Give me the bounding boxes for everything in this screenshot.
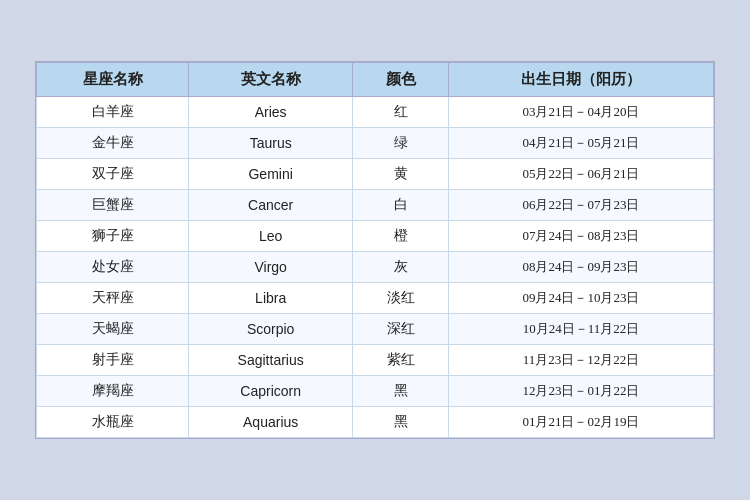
cell-color: 橙 <box>353 221 449 252</box>
table-row: 白羊座Aries红03月21日－04月20日 <box>37 97 714 128</box>
cell-english-name: Cancer <box>189 190 353 221</box>
header-date: 出生日期（阳历） <box>448 63 713 97</box>
cell-color: 黑 <box>353 407 449 438</box>
cell-date: 12月23日－01月22日 <box>448 376 713 407</box>
cell-date: 07月24日－08月23日 <box>448 221 713 252</box>
cell-chinese-name: 狮子座 <box>37 221 189 252</box>
cell-date: 01月21日－02月19日 <box>448 407 713 438</box>
table-row: 天秤座Libra淡红09月24日－10月23日 <box>37 283 714 314</box>
cell-color: 黑 <box>353 376 449 407</box>
cell-english-name: Taurus <box>189 128 353 159</box>
cell-date: 08月24日－09月23日 <box>448 252 713 283</box>
cell-date: 09月24日－10月23日 <box>448 283 713 314</box>
header-chinese-name: 星座名称 <box>37 63 189 97</box>
header-color: 颜色 <box>353 63 449 97</box>
cell-english-name: Leo <box>189 221 353 252</box>
cell-color: 灰 <box>353 252 449 283</box>
cell-english-name: Aquarius <box>189 407 353 438</box>
cell-color: 紫红 <box>353 345 449 376</box>
cell-english-name: Libra <box>189 283 353 314</box>
cell-date: 03月21日－04月20日 <box>448 97 713 128</box>
cell-color: 白 <box>353 190 449 221</box>
header-english-name: 英文名称 <box>189 63 353 97</box>
cell-date: 11月23日－12月22日 <box>448 345 713 376</box>
cell-chinese-name: 射手座 <box>37 345 189 376</box>
cell-date: 06月22日－07月23日 <box>448 190 713 221</box>
cell-chinese-name: 金牛座 <box>37 128 189 159</box>
cell-color: 深红 <box>353 314 449 345</box>
table-header-row: 星座名称 英文名称 颜色 出生日期（阳历） <box>37 63 714 97</box>
cell-color: 绿 <box>353 128 449 159</box>
table-row: 射手座Sagittarius紫红11月23日－12月22日 <box>37 345 714 376</box>
cell-english-name: Virgo <box>189 252 353 283</box>
cell-color: 红 <box>353 97 449 128</box>
cell-date: 04月21日－05月21日 <box>448 128 713 159</box>
cell-chinese-name: 双子座 <box>37 159 189 190</box>
table-row: 处女座Virgo灰08月24日－09月23日 <box>37 252 714 283</box>
cell-english-name: Aries <box>189 97 353 128</box>
cell-chinese-name: 摩羯座 <box>37 376 189 407</box>
cell-date: 05月22日－06月21日 <box>448 159 713 190</box>
cell-chinese-name: 巨蟹座 <box>37 190 189 221</box>
cell-color: 黄 <box>353 159 449 190</box>
table-row: 金牛座Taurus绿04月21日－05月21日 <box>37 128 714 159</box>
cell-chinese-name: 处女座 <box>37 252 189 283</box>
cell-english-name: Sagittarius <box>189 345 353 376</box>
cell-color: 淡红 <box>353 283 449 314</box>
cell-english-name: Scorpio <box>189 314 353 345</box>
cell-date: 10月24日－11月22日 <box>448 314 713 345</box>
cell-chinese-name: 天蝎座 <box>37 314 189 345</box>
cell-chinese-name: 白羊座 <box>37 97 189 128</box>
table-row: 巨蟹座Cancer白06月22日－07月23日 <box>37 190 714 221</box>
table-row: 摩羯座Capricorn黑12月23日－01月22日 <box>37 376 714 407</box>
cell-english-name: Capricorn <box>189 376 353 407</box>
zodiac-table-container: 星座名称 英文名称 颜色 出生日期（阳历） 白羊座Aries红03月21日－04… <box>35 61 715 439</box>
cell-chinese-name: 天秤座 <box>37 283 189 314</box>
table-row: 水瓶座Aquarius黑01月21日－02月19日 <box>37 407 714 438</box>
table-row: 天蝎座Scorpio深红10月24日－11月22日 <box>37 314 714 345</box>
cell-english-name: Gemini <box>189 159 353 190</box>
table-row: 狮子座Leo橙07月24日－08月23日 <box>37 221 714 252</box>
table-row: 双子座Gemini黄05月22日－06月21日 <box>37 159 714 190</box>
zodiac-table: 星座名称 英文名称 颜色 出生日期（阳历） 白羊座Aries红03月21日－04… <box>36 62 714 438</box>
cell-chinese-name: 水瓶座 <box>37 407 189 438</box>
